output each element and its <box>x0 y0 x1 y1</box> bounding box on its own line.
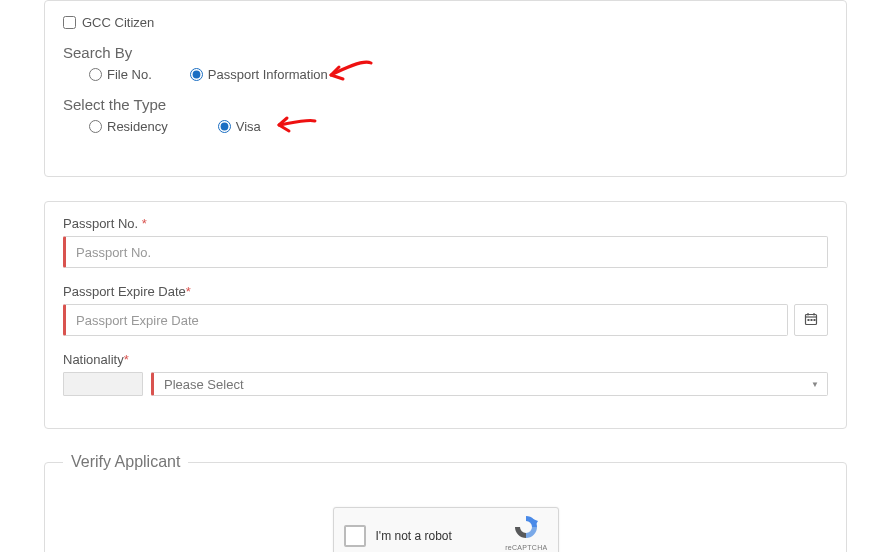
search-options-panel: GCC Citizen Search By File No. Passport … <box>44 0 847 177</box>
svg-rect-5 <box>811 319 813 321</box>
gcc-citizen-row: GCC Citizen <box>63 15 828 30</box>
search-by-header: Search By <box>63 44 828 61</box>
gcc-citizen-checkbox[interactable] <box>63 16 76 29</box>
visa-label: Visa <box>236 119 261 134</box>
recaptcha-brand-text: reCAPTCHA <box>505 544 547 551</box>
recaptcha-widget: I'm not a robot reCAPTCHA Privacy · Term… <box>333 507 559 552</box>
passport-expire-input-wrap <box>63 304 788 336</box>
passport-expire-label: Passport Expire Date* <box>63 284 828 299</box>
passport-no-label: Passport No. * <box>63 216 828 231</box>
nationality-select[interactable]: Please Select ▼ <box>151 372 828 396</box>
svg-rect-6 <box>814 319 816 321</box>
file-no-radio[interactable] <box>89 68 102 81</box>
nationality-label: Nationality* <box>63 352 828 367</box>
recaptcha-logo-icon <box>513 514 539 543</box>
nationality-selected-text: Please Select <box>164 377 244 392</box>
passport-expire-input[interactable] <box>66 305 787 335</box>
residency-label: Residency <box>107 119 168 134</box>
passport-info-radio[interactable] <box>190 68 203 81</box>
passport-info-label: Passport Information <box>208 67 328 82</box>
verify-applicant-fieldset: Verify Applicant I'm not a robot reCAPTC… <box>44 453 847 552</box>
file-no-label: File No. <box>107 67 152 82</box>
search-by-radio-row: File No. Passport Information <box>63 67 828 82</box>
visa-radio[interactable] <box>218 120 231 133</box>
select-type-radio-row: Residency Visa <box>63 119 828 134</box>
nationality-flag-box[interactable] <box>63 372 143 396</box>
recaptcha-text: I'm not a robot <box>376 529 496 543</box>
recaptcha-brand-area: reCAPTCHA Privacy · Terms <box>505 514 547 552</box>
calendar-icon <box>804 312 818 329</box>
recaptcha-checkbox[interactable] <box>344 525 366 547</box>
chevron-down-icon: ▼ <box>811 380 819 389</box>
select-type-header: Select the Type <box>63 96 828 113</box>
passport-no-input[interactable] <box>66 237 827 267</box>
gcc-citizen-label: GCC Citizen <box>82 15 154 30</box>
verify-legend: Verify Applicant <box>63 453 188 471</box>
calendar-button[interactable] <box>794 304 828 336</box>
passport-no-input-wrap <box>63 236 828 268</box>
passport-details-panel: Passport No. * Passport Expire Date* <box>44 201 847 429</box>
residency-radio[interactable] <box>89 120 102 133</box>
svg-rect-4 <box>808 319 810 321</box>
